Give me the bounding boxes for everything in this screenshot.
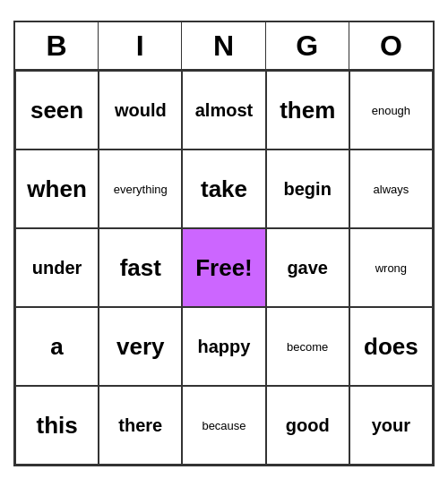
bingo-cell-4-2[interactable]: because — [182, 386, 265, 465]
bingo-cell-4-1[interactable]: there — [99, 386, 182, 465]
bingo-grid: seenwouldalmostthemenoughwheneverythingt… — [15, 71, 433, 465]
bingo-cell-2-1[interactable]: fast — [99, 228, 182, 307]
bingo-card: BINGO seenwouldalmostthemenoughwhenevery… — [13, 21, 435, 466]
bingo-cell-2-4[interactable]: wrong — [349, 228, 433, 307]
bingo-cell-0-4[interactable]: enough — [349, 71, 433, 150]
bingo-cell-0-1[interactable]: would — [99, 71, 182, 150]
bingo-cell-3-2[interactable]: happy — [182, 307, 265, 386]
header-letter-n: N — [182, 22, 265, 69]
bingo-cell-1-0[interactable]: when — [15, 150, 99, 228]
bingo-cell-2-3[interactable]: gave — [266, 228, 349, 307]
bingo-header: BINGO — [15, 22, 433, 71]
bingo-cell-1-1[interactable]: everything — [99, 150, 182, 228]
header-letter-g: G — [266, 22, 349, 69]
bingo-cell-0-0[interactable]: seen — [15, 71, 99, 150]
bingo-cell-1-3[interactable]: begin — [266, 150, 349, 228]
bingo-cell-2-2[interactable]: Free! — [182, 228, 265, 307]
bingo-cell-3-4[interactable]: does — [349, 307, 433, 386]
header-letter-b: B — [15, 22, 99, 69]
header-letter-i: I — [99, 22, 182, 69]
bingo-cell-3-0[interactable]: a — [15, 307, 99, 386]
bingo-cell-3-1[interactable]: very — [99, 307, 182, 386]
bingo-cell-4-3[interactable]: good — [266, 386, 349, 465]
bingo-cell-1-4[interactable]: always — [349, 150, 433, 228]
bingo-cell-4-0[interactable]: this — [15, 386, 99, 465]
bingo-cell-2-0[interactable]: under — [15, 228, 99, 307]
bingo-cell-0-3[interactable]: them — [266, 71, 349, 150]
bingo-cell-0-2[interactable]: almost — [182, 71, 265, 150]
bingo-cell-1-2[interactable]: take — [182, 150, 265, 228]
header-letter-o: O — [349, 22, 433, 69]
bingo-cell-3-3[interactable]: become — [266, 307, 349, 386]
bingo-cell-4-4[interactable]: your — [349, 386, 433, 465]
